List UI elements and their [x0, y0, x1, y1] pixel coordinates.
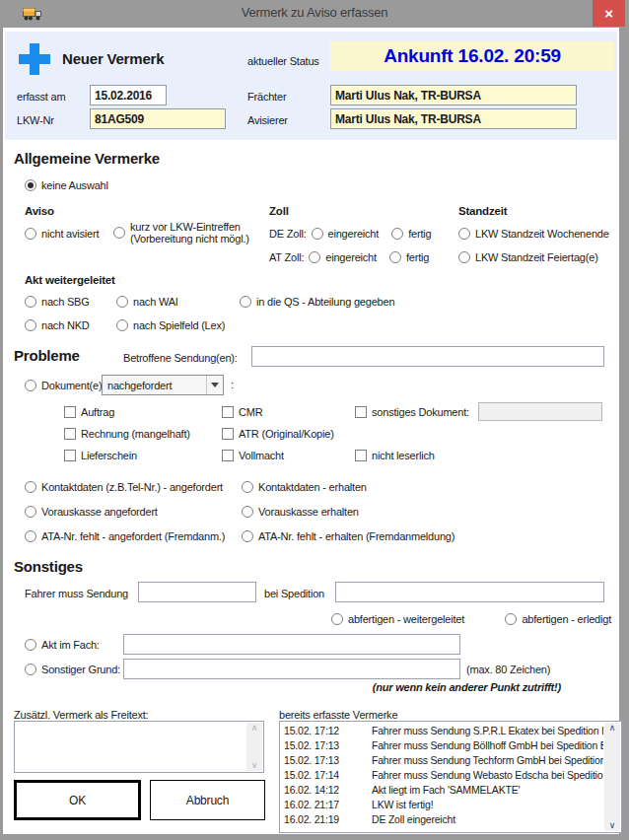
section-allgemeine-vermerke: Allgemeine Vermerke: [14, 150, 160, 167]
radio-at-fertig[interactable]: fertig: [389, 251, 429, 263]
radio-icon: [25, 481, 36, 493]
radio-akt-im-fach[interactable]: Akt im Fach:: [25, 639, 100, 651]
radio-standzeit-wochenende[interactable]: LKW Standzeit Wochenende: [458, 228, 609, 240]
radio-at-eingereicht[interactable]: eingereicht: [309, 251, 377, 263]
fraechter-field[interactable]: Marti Ulus Nak, TR-BURSA: [330, 85, 577, 105]
radio-kurz-vor-eintreffen[interactable]: kurz vor LKW-Eintreffen (Vorbereitung ni…: [113, 221, 249, 245]
list-item[interactable]: 15.02. 17:13 Fahrer muss Sendung Böllhof…: [281, 738, 603, 753]
radio-nach-wai[interactable]: nach WAI: [116, 296, 178, 308]
radio-label: Akt im Fach:: [41, 639, 100, 651]
radio-kontaktdaten-erhalten[interactable]: Kontaktdaten - erhalten: [242, 481, 367, 493]
checkbox-sonstiges-dokument[interactable]: sonstiges Dokument:: [355, 406, 469, 418]
radio-icon: [25, 296, 36, 308]
fahrer-sendung-input[interactable]: [138, 582, 256, 602]
betroffene-sendung-input[interactable]: [251, 346, 604, 367]
betroffene-sendung-label: Betroffene Sendung(en):: [123, 352, 238, 364]
bei-spedition-input[interactable]: [335, 582, 604, 602]
dialog-window: Vermerk zu Aviso erfassen × Neuer Vermer…: [0, 0, 629, 840]
checkbox-vollmacht[interactable]: Vollmacht: [222, 450, 284, 461]
checkbox-label: ATR (Original/Kopie): [239, 428, 334, 440]
radio-label: fertig: [406, 251, 429, 263]
radio-kontaktdaten-angefordert[interactable]: Kontaktdaten (z.B.Tel-Nr.) - angefordert: [25, 481, 223, 493]
vermerke-list[interactable]: 15.02. 17:12 Fahrer muss Sendung S.P.R.L…: [279, 721, 622, 833]
avisierer-field[interactable]: Marti Ulus Nak, TR-BURSA: [330, 108, 577, 129]
list-item[interactable]: 16.02. 21:19 DE Zoll eingereicht: [281, 812, 603, 827]
scroll-down-icon[interactable]: ∨: [251, 761, 257, 770]
radio-icon: [25, 179, 36, 191]
titlebar[interactable]: Vermerk zu Aviso erfassen ×: [0, 0, 629, 28]
radio-de-fertig[interactable]: fertig: [391, 228, 431, 240]
radio-nach-spielfeld[interactable]: nach Spielfeld (Lex): [116, 319, 225, 331]
dropdown-value: nachgefordert: [103, 380, 206, 391]
list-item[interactable]: 16.02. 14:12 Akt liegt im Fach 'SAMMELAK…: [281, 783, 603, 798]
radio-nach-nkd[interactable]: nach NKD: [25, 319, 90, 331]
radio-abfertigen-erledigt[interactable]: abfertigen - erledigt: [505, 613, 611, 625]
radio-de-eingereicht[interactable]: eingereicht: [312, 228, 380, 240]
checkbox-rechnung[interactable]: Rechnung (mangelhaft): [64, 428, 190, 440]
list-item[interactable]: 16.02. 21:17 LKW ist fertig!: [281, 798, 603, 812]
textarea-scrollbar[interactable]: ∧ ∨: [246, 723, 262, 771]
radio-icon: [389, 251, 401, 263]
freitext-textarea[interactable]: ∧ ∨: [14, 721, 264, 773]
entry-text: Fahrer muss Sendung S.P.R.L Ekatex bei S…: [372, 724, 603, 738]
close-button[interactable]: ×: [593, 0, 625, 27]
plus-icon: [19, 43, 50, 75]
checkbox-auftrag[interactable]: Auftrag: [64, 406, 114, 418]
radio-icon: [505, 613, 517, 625]
radio-qs-abteilung[interactable]: in die QS - Abteilung gegeben: [240, 296, 394, 308]
scroll-up-icon[interactable]: ∧: [609, 724, 615, 733]
checkbox-icon: [64, 450, 76, 461]
ok-button[interactable]: OK: [14, 780, 141, 820]
scroll-up-icon[interactable]: ∧: [251, 724, 257, 733]
erfasst-am-field[interactable]: 15.02.2016: [90, 85, 167, 105]
radio-dokumente[interactable]: Dokument(e): [25, 380, 102, 391]
radio-label: ATA-Nr. fehlt - erhalten (Fremdanmeldung…: [258, 530, 454, 542]
radio-label: Kontaktdaten - erhalten: [258, 481, 367, 493]
vermerke-label: bereits erfasste Vermerke: [279, 709, 397, 721]
checkbox-nicht-leserlich[interactable]: nicht leserlich: [355, 450, 435, 461]
abbruch-button[interactable]: Abbruch: [150, 780, 265, 820]
sonstiges-dokument-input[interactable]: [478, 402, 602, 421]
checkbox-label: Vollmacht: [239, 450, 284, 461]
list-scrollbar[interactable]: ∧ ∨: [604, 723, 620, 831]
page-title: Neuer Vermerk: [62, 50, 164, 67]
sonstiger-grund-input[interactable]: [123, 659, 460, 679]
window-title: Vermerk zu Aviso erfassen: [0, 5, 629, 20]
dokumente-colon: :: [231, 379, 234, 390]
entry-text: Fahrer muss Sendung Techform GmbH bei Sp…: [372, 753, 603, 768]
entry-time: 15.02. 17:13: [281, 753, 372, 768]
radio-label: Vorauskasse angefordert: [41, 506, 158, 518]
list-item[interactable]: 15.02. 17:14 Fahrer muss Sendung Webasto…: [281, 768, 603, 783]
radio-icon: [242, 530, 253, 542]
checkbox-cmr[interactable]: CMR: [222, 406, 262, 418]
akt-im-fach-input[interactable]: [123, 634, 460, 655]
radio-vorauskasse-angefordert[interactable]: Vorauskasse angefordert: [25, 506, 158, 518]
lkw-nr-field[interactable]: 81AG509: [90, 108, 226, 129]
radio-ata-angefordert[interactable]: ATA-Nr. fehlt - angefordert (Fremdanm.): [25, 530, 225, 542]
scroll-down-icon[interactable]: ∨: [609, 821, 615, 830]
entry-time: 16.02. 14:12: [281, 783, 372, 798]
radio-keine-auswahl[interactable]: keine Auswahl: [25, 179, 108, 191]
radio-nach-sbg[interactable]: nach SBG: [25, 296, 90, 308]
radio-label: nach Spielfeld (Lex): [133, 319, 225, 331]
radio-label: keine Auswahl: [41, 179, 108, 191]
list-item[interactable]: 15.02. 17:12 Fahrer muss Sendung S.P.R.L…: [281, 724, 603, 738]
radio-abfertigen-weitergeleitet[interactable]: abfertigen - weitergeleitet: [331, 613, 464, 625]
de-zoll-label: DE Zoll:: [269, 228, 307, 240]
radio-icon: [116, 319, 128, 331]
radio-icon: [25, 530, 36, 542]
radio-label: Kontaktdaten (z.B.Tel-Nr.) - angefordert: [41, 481, 223, 493]
radio-sonstiger-grund[interactable]: Sonstiger Grund:: [25, 664, 120, 675]
entry-time: 15.02. 17:14: [281, 768, 372, 783]
dokument-status-dropdown[interactable]: nachgefordert: [102, 375, 224, 395]
radio-label: Dokument(e): [41, 380, 102, 391]
radio-nicht-avisiert[interactable]: nicht avisiert: [25, 228, 99, 240]
radio-standzeit-feiertage[interactable]: LKW Standzeit Feiertag(e): [458, 251, 598, 263]
list-item[interactable]: 15.02. 17:13 Fahrer muss Sendung Techfor…: [281, 753, 603, 768]
hint-label: (nur wenn kein anderer Punkt zutrifft!): [299, 681, 561, 693]
checkbox-icon: [64, 406, 76, 418]
checkbox-lieferschein[interactable]: Lieferschein: [64, 450, 137, 461]
radio-ata-erhalten[interactable]: ATA-Nr. fehlt - erhalten (Fremdanmeldung…: [242, 530, 454, 542]
radio-vorauskasse-erhalten[interactable]: Vorauskasse erhalten: [242, 506, 359, 518]
checkbox-atr[interactable]: ATR (Original/Kopie): [222, 428, 334, 440]
